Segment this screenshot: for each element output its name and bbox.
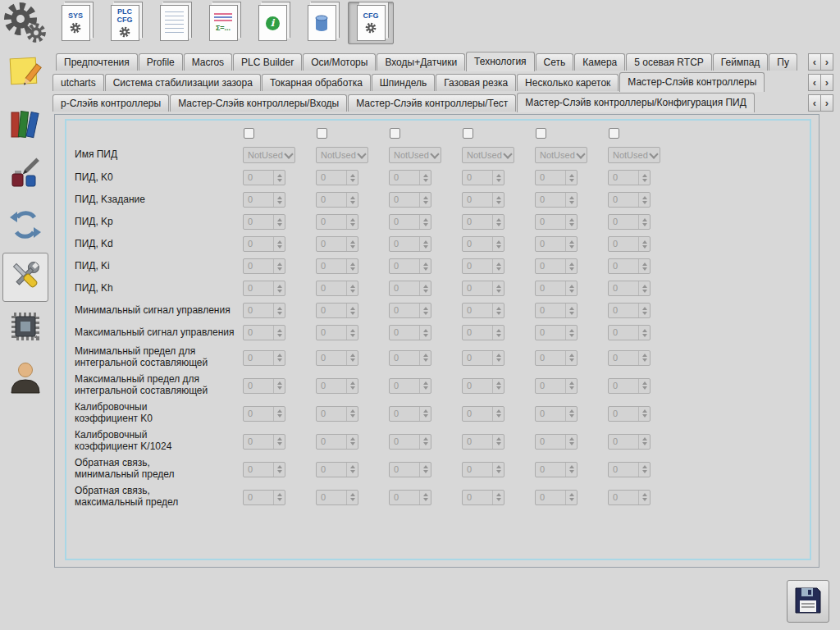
calib-k0-spinner-col2[interactable]: 0 <box>316 406 358 422</box>
pid-k0-spinner-col2[interactable]: 0 <box>316 170 358 185</box>
feedback-min-spinner-col4[interactable]: 0 <box>462 462 504 477</box>
pid-ksetpoint-spinner-col6[interactable]: 0 <box>608 192 651 208</box>
pid-ksetpoint-spinner-col2[interactable]: 0 <box>316 192 358 208</box>
pid-kd-spinner-col1[interactable]: 0 <box>243 236 285 252</box>
pid-column-6-checkbox[interactable] <box>609 128 619 139</box>
pid-kh-spinner-col4[interactable]: 0 <box>462 281 504 296</box>
min-control-signal-spinner-col2[interactable]: 0 <box>316 303 358 318</box>
pid-ki-spinner-col6[interactable]: 0 <box>608 258 651 274</box>
pid-kd-spinner-col3[interactable]: 0 <box>389 236 431 252</box>
sidebar-item-supplies[interactable] <box>2 151 48 200</box>
sidebar-item-manuals[interactable] <box>2 100 48 149</box>
feedback-max-spinner-col3[interactable]: 0 <box>389 490 431 505</box>
tab-scroll-right-button[interactable]: › <box>820 74 833 91</box>
min-control-signal-spinner-col1[interactable]: 0 <box>243 303 285 318</box>
tab-technology-6[interactable]: Мастер-Слэйв контроллеры <box>619 72 765 92</box>
max-integral-limit-spinner-col4[interactable]: 0 <box>462 378 504 394</box>
max-control-signal-spinner-col4[interactable]: 0 <box>462 325 504 340</box>
min-integral-limit-spinner-col3[interactable]: 0 <box>389 350 431 366</box>
pid-name-select-col4[interactable]: NotUsed <box>462 147 514 163</box>
pid-name-select-col2[interactable]: NotUsed <box>316 147 368 163</box>
tab-technology-1[interactable]: Система стабилизации зазора <box>105 74 261 91</box>
pid-ki-spinner-col4[interactable]: 0 <box>462 258 504 274</box>
max-control-signal-spinner-col3[interactable]: 0 <box>389 325 431 340</box>
tab-master-slave-3[interactable]: Мастер-Слэйв контроллеры/Конфигурация ПИ… <box>517 93 755 112</box>
pid-k0-spinner-col3[interactable]: 0 <box>389 170 431 185</box>
max-integral-limit-spinner-col5[interactable]: 0 <box>535 378 578 394</box>
pid-column-1-checkbox[interactable] <box>244 128 254 139</box>
feedback-min-spinner-col5[interactable]: 0 <box>535 462 578 477</box>
calib-k1024-spinner-col6[interactable]: 0 <box>608 434 651 450</box>
tab-technology-4[interactable]: Газовая резка <box>436 74 516 91</box>
max-control-signal-spinner-col1[interactable]: 0 <box>243 325 285 340</box>
pid-kh-spinner-col5[interactable]: 0 <box>535 281 578 296</box>
pid-ksetpoint-spinner-col5[interactable]: 0 <box>535 192 578 208</box>
pid-kp-spinner-col1[interactable]: 0 <box>243 214 285 230</box>
pid-kp-spinner-col4[interactable]: 0 <box>462 214 504 230</box>
pid-k0-spinner-col4[interactable]: 0 <box>462 170 504 185</box>
tab-main-11[interactable]: Пу <box>769 53 797 71</box>
feedback-max-spinner-col2[interactable]: 0 <box>316 490 358 505</box>
tab-technology-2[interactable]: Токарная обработка <box>262 74 371 91</box>
min-control-signal-spinner-col4[interactable]: 0 <box>462 303 504 318</box>
toolbar-button-cfg[interactable]: CFG <box>348 2 394 44</box>
pid-ki-spinner-col2[interactable]: 0 <box>316 258 358 274</box>
min-control-signal-spinner-col5[interactable]: 0 <box>535 303 578 318</box>
calib-k0-spinner-col3[interactable]: 0 <box>389 406 431 422</box>
sidebar-item-sync[interactable] <box>2 202 48 251</box>
feedback-min-spinner-col2[interactable]: 0 <box>316 462 358 477</box>
calib-k1024-spinner-col1[interactable]: 0 <box>243 434 285 450</box>
pid-kd-spinner-col4[interactable]: 0 <box>462 236 504 252</box>
tab-scroll-left-button[interactable]: ‹ <box>808 74 821 91</box>
calib-k0-spinner-col4[interactable]: 0 <box>462 406 504 422</box>
toolbar-button-documents[interactable] <box>151 2 197 44</box>
pid-ki-spinner-col3[interactable]: 0 <box>389 258 431 274</box>
max-control-signal-spinner-col2[interactable]: 0 <box>316 325 358 340</box>
calib-k0-spinner-col1[interactable]: 0 <box>243 406 285 422</box>
pid-kp-spinner-col5[interactable]: 0 <box>535 214 578 230</box>
tab-main-7[interactable]: Сеть <box>536 53 574 71</box>
max-integral-limit-spinner-col6[interactable]: 0 <box>608 378 651 394</box>
tab-scroll-left-button[interactable]: ‹ <box>808 94 821 112</box>
max-integral-limit-spinner-col3[interactable]: 0 <box>389 378 431 394</box>
feedback-max-spinner-col6[interactable]: 0 <box>608 490 651 505</box>
calib-k0-spinner-col6[interactable]: 0 <box>608 406 651 422</box>
calib-k0-spinner-col5[interactable]: 0 <box>535 406 578 422</box>
sidebar-item-hardware[interactable] <box>2 304 48 353</box>
pid-column-5-checkbox[interactable] <box>536 128 546 139</box>
min-integral-limit-spinner-col5[interactable]: 0 <box>535 350 578 366</box>
pid-kh-spinner-col2[interactable]: 0 <box>316 281 358 296</box>
calib-k1024-spinner-col5[interactable]: 0 <box>535 434 578 450</box>
tab-technology-3[interactable]: Шпиндель <box>372 74 435 91</box>
tab-main-8[interactable]: Камера <box>574 53 625 71</box>
min-control-signal-spinner-col6[interactable]: 0 <box>608 303 651 318</box>
max-control-signal-spinner-col6[interactable]: 0 <box>608 325 651 340</box>
toolbar-button-sys[interactable]: SYS <box>52 2 98 44</box>
sidebar-item-configuration[interactable] <box>2 253 48 302</box>
tab-scroll-left-button[interactable]: ‹ <box>808 53 821 71</box>
pid-name-select-col6[interactable]: NotUsed <box>608 147 660 163</box>
pid-name-select-col1[interactable]: NotUsed <box>243 147 295 163</box>
max-control-signal-spinner-col5[interactable]: 0 <box>535 325 578 340</box>
tab-main-4[interactable]: Оси/Моторы <box>303 53 376 71</box>
min-integral-limit-spinner-col4[interactable]: 0 <box>462 350 504 366</box>
feedback-max-spinner-col1[interactable]: 0 <box>243 490 285 505</box>
calib-k1024-spinner-col2[interactable]: 0 <box>316 434 358 450</box>
pid-kd-spinner-col5[interactable]: 0 <box>535 236 578 252</box>
sidebar-item-notes[interactable] <box>2 49 48 98</box>
max-integral-limit-spinner-col1[interactable]: 0 <box>243 378 285 394</box>
feedback-min-spinner-col6[interactable]: 0 <box>608 462 651 477</box>
pid-kd-spinner-col2[interactable]: 0 <box>316 236 358 252</box>
pid-k0-spinner-col6[interactable]: 0 <box>608 170 651 185</box>
pid-ki-spinner-col1[interactable]: 0 <box>243 258 285 274</box>
pid-column-2-checkbox[interactable] <box>317 128 327 139</box>
tab-main-5[interactable]: Входы+Датчики <box>377 53 465 71</box>
min-control-signal-spinner-col3[interactable]: 0 <box>389 303 431 318</box>
pid-k0-spinner-col5[interactable]: 0 <box>535 170 578 185</box>
tab-main-3[interactable]: PLC Builder <box>233 53 302 71</box>
tab-main-0[interactable]: Предпочтения <box>56 53 138 71</box>
pid-kp-spinner-col6[interactable]: 0 <box>608 214 651 230</box>
pid-name-select-col3[interactable]: NotUsed <box>389 147 441 163</box>
tab-technology-0[interactable]: utcharts <box>52 74 104 91</box>
max-integral-limit-spinner-col2[interactable]: 0 <box>316 378 358 394</box>
